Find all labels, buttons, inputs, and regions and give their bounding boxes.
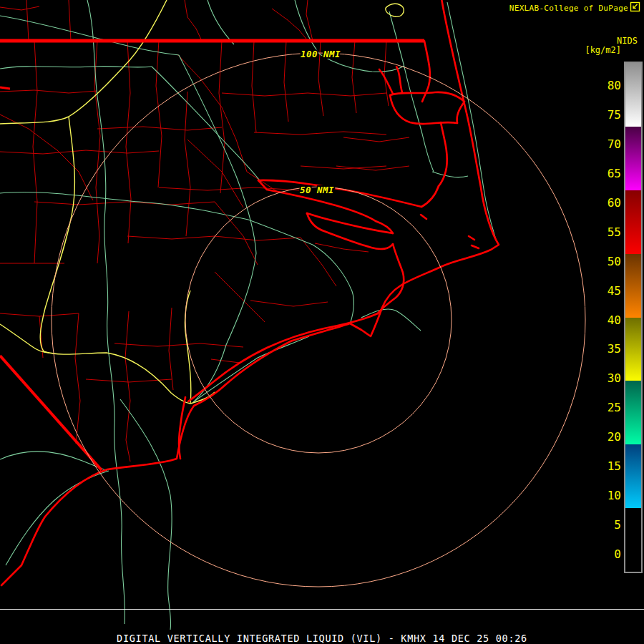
- colorbar-tick: 60: [592, 197, 621, 210]
- state-boundaries: [0, 41, 424, 470]
- range-ring-100-label: 100 NMI: [301, 49, 341, 59]
- colorbar-tick: 30: [592, 372, 621, 385]
- units-label: [kg/m2]: [585, 45, 621, 55]
- footer-divider: [0, 609, 644, 610]
- colorbar-tick: 25: [592, 401, 621, 414]
- colorbar-tick: 20: [592, 431, 621, 444]
- colorbar-tick: 70: [592, 138, 621, 151]
- colorbar-tick: 75: [592, 109, 621, 122]
- colorbar-segment: [625, 254, 641, 318]
- attribution-text: NEXLAB-College of DuPage: [509, 4, 628, 13]
- colorbar-segment: [625, 190, 641, 254]
- colorbar-segments: [625, 63, 641, 572]
- colorbar-tick: 10: [592, 489, 621, 502]
- colorbar-tick: 15: [592, 460, 621, 473]
- colorbar-segment: [625, 318, 641, 381]
- colorbar-segment: [625, 508, 641, 572]
- colorbar: [624, 62, 643, 573]
- colorbar-tick: 5: [592, 519, 621, 532]
- colorbar-segment: [625, 444, 641, 508]
- cod-logo-icon: [630, 1, 640, 12]
- range-ring-50-label: 50 NMI: [300, 185, 334, 195]
- colorbar-tick: 45: [592, 285, 621, 298]
- range-rings: 100 NMI 50 NMI: [52, 49, 585, 587]
- map-canvas: 100 NMI 50 NMI: [0, 0, 644, 644]
- colorbar-segment: [625, 63, 641, 127]
- colorbar-tick: 80: [592, 79, 621, 92]
- coastline-waterways: [1, 0, 499, 585]
- colorbar-segment: [625, 381, 641, 444]
- colorbar-segment: [625, 127, 641, 190]
- colorbar-tick: 35: [592, 343, 621, 356]
- radar-display: 100 NMI 50 NMI NEXLAB-College of DuPage …: [0, 0, 644, 644]
- colorbar-tick: 55: [592, 226, 621, 239]
- colorbar-tick: 0: [592, 548, 621, 561]
- product-code-label: NIDS: [617, 36, 638, 46]
- range-ring-50nmi: [185, 187, 452, 453]
- product-caption: DIGITAL VERTICALLY INTEGRATED LIQUID (VI…: [0, 633, 644, 644]
- state-line-fragment: [0, 87, 10, 89]
- colorbar-tick: 50: [592, 255, 621, 268]
- road-network-yellow: [0, 0, 404, 404]
- nc-sc-state-line: [0, 356, 102, 470]
- colorbar-tick: 65: [592, 167, 621, 180]
- colorbar-tick: 40: [592, 314, 621, 327]
